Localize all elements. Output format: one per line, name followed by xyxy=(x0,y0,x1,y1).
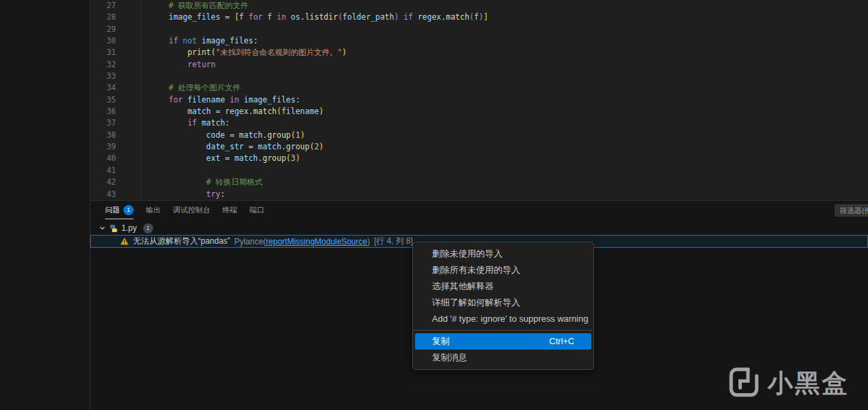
code-text xyxy=(116,165,150,176)
panel-tab[interactable]: 终端 xyxy=(222,201,237,219)
code-text: for filename in image_files: xyxy=(116,94,300,106)
line-number[interactable]: 30 xyxy=(90,35,116,47)
line-number[interactable]: 41 xyxy=(90,165,116,176)
problem-code-link[interactable]: reportMissingModuleSource xyxy=(266,237,367,246)
line-number[interactable]: 38 xyxy=(90,130,116,141)
line-number[interactable]: 39 xyxy=(90,141,116,153)
problem-source-prefix: Pylance( xyxy=(234,237,266,246)
code-line[interactable]: 41 xyxy=(90,165,868,176)
code-text: # 转换日期格式 xyxy=(116,176,262,188)
code-text: # 获取所有匹配的文件 xyxy=(116,0,248,12)
menu-item[interactable]: 复制消息 xyxy=(415,350,591,366)
code-line[interactable]: 27 # 获取所有匹配的文件 xyxy=(90,0,868,12)
line-number[interactable]: 43 xyxy=(90,189,116,200)
menu-item-label: 删除所有未使用的导入 xyxy=(432,262,520,278)
python-file-icon xyxy=(109,224,118,233)
code-line[interactable]: 38 code = match.group(1) xyxy=(90,130,868,141)
problems-file-row[interactable]: 1.py 1 xyxy=(90,221,868,235)
code-line[interactable]: 42 # 转换日期格式 xyxy=(90,176,868,188)
panel-tab-label: 调试控制台 xyxy=(173,205,210,215)
panel-tab[interactable]: 调试控制台 xyxy=(173,201,210,219)
line-number[interactable]: 34 xyxy=(90,82,116,94)
code-line[interactable]: 29 xyxy=(90,24,868,35)
panel-tab[interactable]: 问题1 xyxy=(105,201,134,219)
panel-tab-label: 问题 xyxy=(105,205,120,215)
panel-tabs: 问题1输出调试控制台终端端口 xyxy=(105,201,264,219)
line-number[interactable]: 31 xyxy=(90,47,116,58)
code-text: return xyxy=(116,59,216,71)
problem-source: Pylance(reportMissingModuleSource) xyxy=(234,237,370,246)
code-line[interactable]: 36 match = regex.match(filename) xyxy=(90,106,868,117)
code-text: if match: xyxy=(116,117,230,129)
code-text: # 处理每个图片文件 xyxy=(116,82,241,94)
problems-filter-input[interactable]: 筛选器(例 xyxy=(835,204,868,217)
menu-item[interactable]: Add '# type: ignore' to suppress warning xyxy=(415,311,591,327)
code-line[interactable]: 30 if not image_files: xyxy=(90,35,868,47)
code-text: print("未找到符合命名规则的图片文件。") xyxy=(116,47,347,58)
line-number[interactable]: 29 xyxy=(90,24,116,35)
code-text xyxy=(116,71,150,82)
code-text: image_files = [f for f in os.listdir(fol… xyxy=(116,12,488,23)
warning-icon xyxy=(120,237,129,246)
code-line[interactable]: 43 try: xyxy=(90,189,868,200)
indent-guide xyxy=(140,0,141,200)
code-text: code = match.group(1) xyxy=(116,130,305,141)
line-number[interactable]: 36 xyxy=(90,106,116,117)
problem-location: [行 4, 列 8] xyxy=(374,236,412,247)
menu-item-label: 复制 xyxy=(432,333,450,350)
panel-tab[interactable]: 输出 xyxy=(146,201,161,219)
panel-tab-badge: 1 xyxy=(123,205,134,215)
code-text: ext = match.group(3) xyxy=(116,153,300,164)
line-number[interactable]: 42 xyxy=(90,176,116,188)
code-line[interactable]: 33 xyxy=(90,71,868,82)
menu-item[interactable]: 删除未使用的导入 xyxy=(415,246,591,262)
line-number[interactable]: 35 xyxy=(90,94,116,106)
code-lines: 27 # 获取所有匹配的文件28 image_files = [f for f … xyxy=(90,0,868,200)
panel-tab-bar: 问题1输出调试控制台终端端口 筛选器(例 xyxy=(90,201,868,219)
line-number[interactable]: 28 xyxy=(90,12,116,23)
watermark: 小黑盒 xyxy=(728,367,849,400)
code-text xyxy=(116,24,150,35)
code-line[interactable]: 31 print("未找到符合命名规则的图片文件。") xyxy=(90,47,868,58)
code-line[interactable]: 37 if match: xyxy=(90,117,868,129)
menu-item-label: Add '# type: ignore' to suppress warning xyxy=(432,311,588,327)
code-line[interactable]: 28 image_files = [f for f in os.listdir(… xyxy=(90,12,868,23)
panel-tab-label: 端口 xyxy=(250,205,264,215)
problem-source-suffix: ) xyxy=(367,237,370,246)
code-text: date_str = match.group(2) xyxy=(116,141,323,153)
vscode-window: 27 # 获取所有匹配的文件28 image_files = [f for f … xyxy=(0,0,868,410)
sidebar-empty-area xyxy=(0,0,90,410)
panel-tab-label: 输出 xyxy=(146,205,161,215)
code-line[interactable]: 35 for filename in image_files: xyxy=(90,94,868,106)
menu-item-label: 详细了解如何解析导入 xyxy=(432,295,520,311)
code-line[interactable]: 34 # 处理每个图片文件 xyxy=(90,82,868,94)
menu-item[interactable]: 选择其他解释器 xyxy=(415,278,591,295)
code-editor[interactable]: 27 # 获取所有匹配的文件28 image_files = [f for f … xyxy=(90,0,868,200)
line-number[interactable]: 27 xyxy=(90,0,116,12)
menu-item-label: 选择其他解释器 xyxy=(432,278,494,295)
menu-item[interactable]: 详细了解如何解析导入 xyxy=(415,295,591,311)
problems-file-count-badge: 1 xyxy=(143,223,153,234)
code-line[interactable]: 39 date_str = match.group(2) xyxy=(90,141,868,153)
line-number[interactable]: 37 xyxy=(90,117,116,129)
menu-item-label: 复制消息 xyxy=(432,350,467,366)
panel-tab[interactable]: 端口 xyxy=(250,201,264,219)
menu-separator xyxy=(414,330,593,331)
panel-tab-label: 终端 xyxy=(222,205,237,215)
menu-item[interactable]: 复制Ctrl+C xyxy=(415,333,591,350)
line-number[interactable]: 40 xyxy=(90,153,116,164)
problem-message: 无法从源解析导入“pandas” xyxy=(133,236,230,247)
code-text: try: xyxy=(116,189,225,200)
menu-item-shortcut: Ctrl+C xyxy=(549,333,574,350)
line-number[interactable]: 33 xyxy=(90,71,116,82)
heybox-logo-icon xyxy=(728,367,760,400)
code-line[interactable]: 40 ext = match.group(3) xyxy=(90,153,868,164)
chevron-down-icon[interactable] xyxy=(99,225,106,231)
problems-file-label: 1.py xyxy=(121,223,137,233)
code-line[interactable]: 32 return xyxy=(90,59,868,71)
menu-item[interactable]: 删除所有未使用的导入 xyxy=(415,262,591,278)
line-number[interactable]: 32 xyxy=(90,59,116,71)
code-text: if not image_files: xyxy=(116,35,258,47)
code-text: match = regex.match(filename) xyxy=(116,106,323,117)
menu-item-label: 删除未使用的导入 xyxy=(432,246,502,262)
